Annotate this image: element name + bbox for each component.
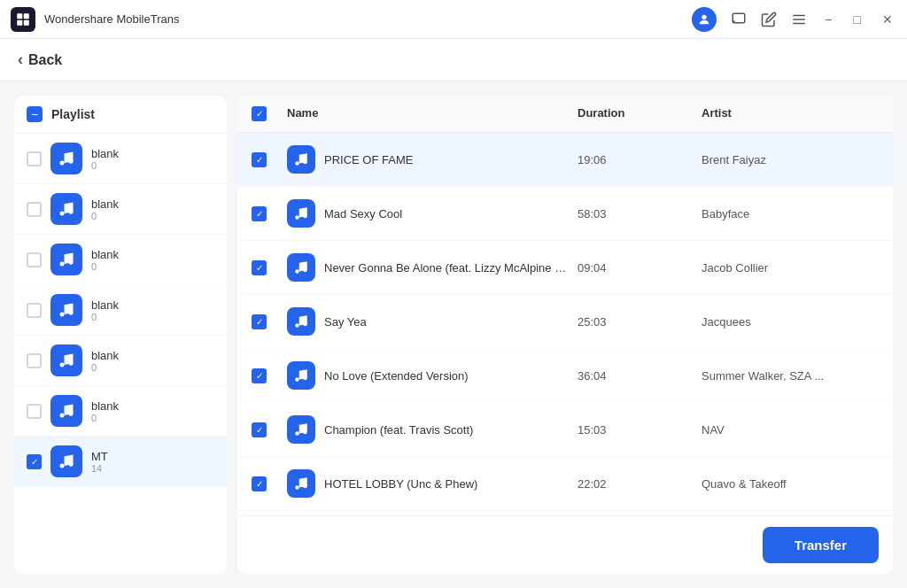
back-button[interactable]: ‹ Back xyxy=(18,50,62,69)
track-name-cell-1: PRICE OF FAME xyxy=(287,145,578,174)
track-duration-2: 58:03 xyxy=(578,207,702,220)
playlist-info-4: blank 0 xyxy=(91,298,214,322)
playlist-count-7: 14 xyxy=(91,463,214,474)
playlist-count-6: 0 xyxy=(91,413,214,423)
close-button[interactable]: ✕ xyxy=(879,11,896,28)
svg-point-11 xyxy=(60,212,65,216)
track-checkbox-4[interactable] xyxy=(252,314,267,329)
track-title-2: Mad Sexy Cool xyxy=(324,207,402,220)
track-artist-4: Jacquees xyxy=(702,315,879,329)
playlist-checkbox-3[interactable] xyxy=(27,252,42,267)
playlist-info-3: blank 0 xyxy=(91,248,214,272)
svg-point-34 xyxy=(303,430,307,435)
sidebar-header-label: Playlist xyxy=(51,107,95,121)
svg-point-15 xyxy=(60,313,65,317)
svg-point-21 xyxy=(60,464,65,468)
playlist-checkbox-2[interactable] xyxy=(27,202,42,217)
playlist-count-4: 0 xyxy=(91,312,214,322)
svg-point-17 xyxy=(60,363,65,368)
track-icon-4 xyxy=(287,307,315,336)
app-logo xyxy=(11,7,35,32)
col-checkbox-header xyxy=(252,106,287,121)
track-duration-1: 19:06 xyxy=(578,153,702,166)
svg-rect-3 xyxy=(24,19,29,25)
playlist-count-2: 0 xyxy=(91,211,214,221)
track-checkbox-2[interactable] xyxy=(252,206,267,221)
track-icon-1 xyxy=(287,145,315,174)
app-title: Wondershare MobileTrans xyxy=(44,12,692,26)
table-row[interactable]: PRICE OF FAME 19:06 Brent Faiyaz xyxy=(237,133,893,187)
list-item[interactable]: blank 0 xyxy=(14,285,227,336)
table-row[interactable]: No Love (Extended Version) 36:04 Summer … xyxy=(237,349,893,403)
track-artist-7: Quavo & Takeoff xyxy=(702,477,879,491)
svg-rect-1 xyxy=(24,13,29,19)
main-content: Playlist blank 0 blank 0 xyxy=(0,81,907,588)
track-icon-6 xyxy=(287,415,315,444)
transfer-button[interactable]: Transfer xyxy=(763,527,879,563)
footer: Transfer xyxy=(237,515,893,574)
edit-icon[interactable] xyxy=(761,12,777,27)
svg-point-10 xyxy=(69,159,74,164)
table-row[interactable]: Champion (feat. Travis Scott) 15:03 NAV xyxy=(237,403,893,457)
playlist-checkbox-1[interactable] xyxy=(27,151,42,166)
playlist-name-2: blank xyxy=(91,197,214,211)
track-checkbox-5[interactable] xyxy=(252,368,267,383)
sidebar-list: blank 0 blank 0 bl xyxy=(14,134,227,574)
playlist-checkbox-6[interactable] xyxy=(27,404,42,419)
svg-point-33 xyxy=(295,431,299,436)
table-row[interactable]: Never Gonna Be Alone (feat. Lizzy McAlpi… xyxy=(237,241,893,295)
track-duration-3: 09:04 xyxy=(578,261,702,275)
svg-rect-0 xyxy=(17,13,22,19)
svg-point-18 xyxy=(69,361,74,366)
track-duration-6: 15:03 xyxy=(578,423,702,437)
playlist-checkbox-7[interactable] xyxy=(27,454,42,469)
svg-point-30 xyxy=(303,322,307,327)
svg-point-24 xyxy=(303,160,307,165)
playlist-info-5: blank 0 xyxy=(91,349,214,373)
track-checkbox-6[interactable] xyxy=(252,422,267,437)
titlebar-controls: − □ ✕ xyxy=(692,7,896,32)
playlist-checkbox-5[interactable] xyxy=(27,353,42,368)
playlist-checkbox-4[interactable] xyxy=(27,303,42,318)
svg-point-31 xyxy=(295,377,299,382)
table-row[interactable]: Mad Sexy Cool 58:03 Babyface xyxy=(237,187,893,241)
svg-rect-2 xyxy=(17,19,22,25)
minimize-button[interactable]: − xyxy=(821,11,835,28)
list-item[interactable]: blank 0 xyxy=(14,386,227,437)
track-name-cell-2: Mad Sexy Cool xyxy=(287,199,578,228)
maximize-button[interactable]: □ xyxy=(850,11,864,28)
select-all-tracks-checkbox[interactable] xyxy=(252,106,267,121)
chat-icon[interactable] xyxy=(731,12,747,27)
list-item[interactable]: blank 0 xyxy=(14,184,227,235)
playlist-info-1: blank 0 xyxy=(91,147,214,171)
playlist-name-6: blank xyxy=(91,399,214,413)
playlist-name-3: blank xyxy=(91,248,214,261)
playlist-count-5: 0 xyxy=(91,362,214,373)
track-duration-4: 25:03 xyxy=(578,315,702,329)
table-row[interactable]: Say Yea 25:03 Jacquees xyxy=(237,295,893,349)
table-row[interactable]: HOTEL LOBBY (Unc & Phew) 22:02 Quavo & T… xyxy=(237,457,893,511)
track-duration-7: 22:02 xyxy=(578,477,702,491)
playlist-icon-6 xyxy=(50,395,82,427)
track-artist-6: NAV xyxy=(702,423,879,437)
track-checkbox-1[interactable] xyxy=(252,152,267,167)
track-artist-5: Summer Walker, SZA ... xyxy=(702,369,879,383)
list-item[interactable]: MT 14 xyxy=(14,437,227,487)
playlist-select-all-checkbox[interactable] xyxy=(27,106,43,122)
track-title-7: HOTEL LOBBY (Unc & Phew) xyxy=(324,477,477,491)
svg-point-25 xyxy=(295,215,299,220)
track-name-cell-4: Say Yea xyxy=(287,307,578,336)
track-name-cell-3: Never Gonna Be Alone (feat. Lizzy McAlpi… xyxy=(287,253,578,282)
track-checkbox-7[interactable] xyxy=(252,476,267,491)
playlist-icon-7 xyxy=(50,445,82,477)
track-duration-5: 36:04 xyxy=(578,369,702,383)
back-label: Back xyxy=(28,52,62,68)
titlebar: Wondershare MobileTrans − □ ✕ xyxy=(0,0,907,39)
list-item[interactable]: blank 0 xyxy=(14,336,227,386)
list-item[interactable]: blank 0 xyxy=(14,235,227,285)
track-title-5: No Love (Extended Version) xyxy=(324,369,469,383)
list-item[interactable]: blank 0 xyxy=(14,134,227,184)
user-icon[interactable] xyxy=(692,7,717,32)
menu-icon[interactable] xyxy=(791,12,807,27)
track-checkbox-3[interactable] xyxy=(252,260,267,275)
